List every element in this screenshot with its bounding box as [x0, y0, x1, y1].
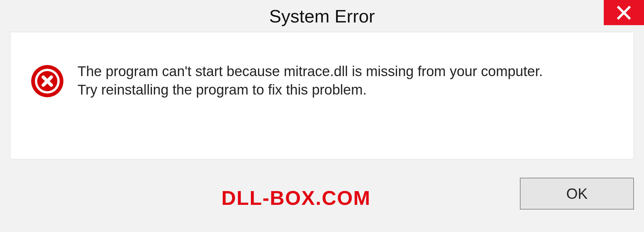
- window-title: System Error: [269, 6, 375, 26]
- message-block: The program can't start because mitrace.…: [77, 62, 613, 99]
- message-line-1: The program can't start because mitrace.…: [77, 62, 613, 81]
- titlebar: System Error: [0, 0, 644, 32]
- footer-area: DLL-BOX.COM OK: [0, 159, 644, 230]
- ok-button[interactable]: OK: [520, 178, 634, 210]
- close-icon: [616, 5, 631, 20]
- message-line-2: Try reinstalling the program to fix this…: [77, 81, 613, 99]
- close-button[interactable]: [604, 0, 644, 25]
- content-panel: The program can't start because mitrace.…: [10, 32, 634, 159]
- watermark-text: DLL-BOX.COM: [221, 186, 371, 210]
- error-icon: [31, 64, 64, 98]
